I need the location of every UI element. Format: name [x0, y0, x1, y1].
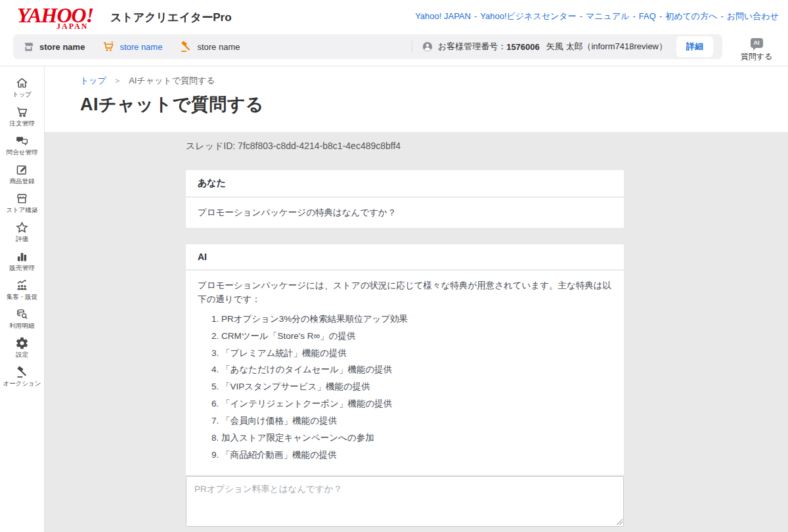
bar-chart-icon: [15, 249, 29, 263]
link-yahoo-japan[interactable]: Yahoo! JAPAN: [415, 11, 471, 21]
store-tab-storefront[interactable]: store name: [22, 39, 85, 54]
account-info: お客様管理番号： 1576006 矢風 太郎（inform7418review）…: [412, 36, 713, 57]
sidebar-item-inquiries[interactable]: 問合せ管理: [0, 131, 44, 160]
yahoo-logo-icon: YAHOO! JAPAN: [17, 5, 104, 31]
customer-number-label: お客様管理番号：: [438, 41, 506, 53]
user-message-card: あなた プロモーションパッケージの特典はなんですか？: [186, 170, 624, 228]
chat-input[interactable]: [186, 476, 624, 527]
people-trend-icon: [15, 278, 29, 292]
user-message-text: プロモーションパッケージの特典はなんですか？: [186, 198, 624, 228]
global-nav-links: Yahoo! JAPAN-Yahoo!ビジネスセンター-マニュアル-FAQ-初め…: [415, 11, 779, 22]
list-item: 「プレミアム統計」機能の提供: [221, 347, 612, 360]
ai-question-shortcut[interactable]: AI 質問する: [735, 35, 777, 62]
list-item: 「会員向け価格」機能の提供: [221, 415, 612, 428]
storefront-icon: [15, 191, 29, 206]
sidebar-nav: トップ 注文管理 問合せ管理 商品登録 ストア構築 評価 販売管理: [0, 66, 45, 532]
sidebar-item-store-builder[interactable]: ストア構築: [0, 188, 44, 217]
ai-help-label: 質問する: [735, 51, 777, 62]
ai-role-header: AI: [186, 244, 624, 269]
chat-input-wrap: [186, 476, 624, 527]
ai-message-card: AI プロモーションパッケージには、ストアの状況に応じて様々な特典が用意されてい…: [186, 244, 624, 475]
list-item: 「VIPスタンプサービス」機能の提供: [221, 381, 612, 393]
link-faq[interactable]: FAQ: [639, 11, 656, 21]
link-contact[interactable]: お問い合わせ: [727, 11, 779, 21]
resize-handle[interactable]: [616, 518, 623, 525]
page-head: トップ ＞ AIチャットで質問する AIチャットで質問する: [45, 66, 788, 132]
ai-message-intro: プロモーションパッケージには、ストアの状況に応じて様々な特典が用意されています。…: [198, 279, 612, 306]
link-business-center[interactable]: Yahoo!ビジネスセンター: [480, 11, 576, 21]
store-tab-label: store name: [120, 42, 162, 52]
storefront-icon: [22, 39, 35, 54]
cart-icon: [102, 39, 115, 54]
product-name: ストアクリエイターPro: [110, 10, 232, 25]
store-tab-label: store name: [197, 42, 240, 52]
yahoo-japan-logo[interactable]: YAHOO! JAPAN ストアクリエイターPro: [17, 5, 232, 31]
sidebar-item-settings[interactable]: 設定: [0, 333, 44, 362]
coins-search-icon: [15, 307, 29, 321]
ai-chat-bubble-icon: AI: [751, 38, 763, 48]
list-item: CRMツール「Store's R∞」の提供: [221, 330, 612, 343]
breadcrumb-current: AIチャットで質問する: [129, 76, 215, 85]
user-role-header: あなた: [186, 170, 624, 196]
list-item: 「インテリジェントクーポン」機能の提供: [221, 398, 612, 410]
store-tab-auction[interactable]: store name: [179, 39, 240, 54]
store-tab-label: store name: [39, 42, 85, 52]
list-item: 加入ストア限定キャンペーンへの参加: [221, 432, 612, 445]
gavel-icon: [179, 39, 192, 54]
person-icon: [422, 41, 433, 53]
sidebar-item-promotion[interactable]: 集客・販促: [0, 275, 44, 304]
store-selector-bar: store name store name store name お客様管理番号…: [13, 34, 722, 59]
chat-pane: スレッドID: 7fc8f803-c8dd-4214-b8c1-4ec489c8…: [45, 132, 788, 532]
home-icon: [15, 76, 29, 90]
detail-button[interactable]: 詳細: [676, 36, 713, 57]
divider: [186, 228, 624, 244]
divider: [412, 41, 412, 53]
star-icon: [15, 220, 29, 234]
sidebar-item-ratings[interactable]: 評価: [0, 217, 44, 246]
sidebar-item-auction[interactable]: オークション: [0, 362, 44, 391]
sidebar-item-sales-management[interactable]: 販売管理: [0, 246, 44, 275]
ai-message-body: プロモーションパッケージには、ストアの状況に応じて様々な特典が用意されています。…: [186, 271, 624, 475]
gear-icon: [15, 336, 29, 350]
customer-number: 1576006: [506, 42, 540, 52]
breadcrumb: トップ ＞ AIチャットで質問する: [80, 75, 788, 87]
breadcrumb-home[interactable]: トップ: [80, 76, 106, 85]
sidebar-item-orders[interactable]: 注文管理: [0, 102, 44, 131]
account-user-name: 矢風 太郎（inform7418review）: [546, 41, 667, 53]
page-title: AIチャットで質問する: [80, 93, 788, 116]
link-manual[interactable]: マニュアル: [586, 11, 630, 21]
link-beginners[interactable]: 初めての方へ: [665, 11, 717, 21]
ai-benefit-list: PRオプション3%分の検索結果順位アップ効果 CRMツール「Store's R∞…: [198, 313, 612, 462]
sidebar-item-product-registration[interactable]: 商品登録: [0, 160, 44, 188]
sidebar-item-usage-statement[interactable]: 利用明細: [0, 304, 44, 333]
breadcrumb-separator-icon: ＞: [114, 76, 122, 85]
list-item: PRオプション3%分の検索結果順位アップ効果: [221, 313, 612, 326]
sidebar-item-top[interactable]: トップ: [0, 73, 44, 102]
store-tab-shopping[interactable]: store name: [102, 39, 162, 54]
thread-id: スレッドID: 7fc8f803-c8dd-4214-b8c1-4ec489c8…: [186, 141, 624, 152]
cart-icon: [15, 104, 29, 119]
chat-bubbles-icon: [15, 133, 29, 148]
list-item: 「商品紹介動画」機能の提供: [221, 449, 612, 462]
gavel-icon: [15, 365, 29, 379]
app-header: YAHOO! JAPAN ストアクリエイターPro Yahoo! JAPAN-Y…: [0, 0, 788, 66]
main-content: トップ ＞ AIチャットで質問する AIチャットで質問する スレッドID: 7f…: [45, 66, 788, 532]
list-item: 「あなただけのタイムセール」機能の提供: [221, 364, 612, 376]
edit-icon: [15, 162, 29, 177]
